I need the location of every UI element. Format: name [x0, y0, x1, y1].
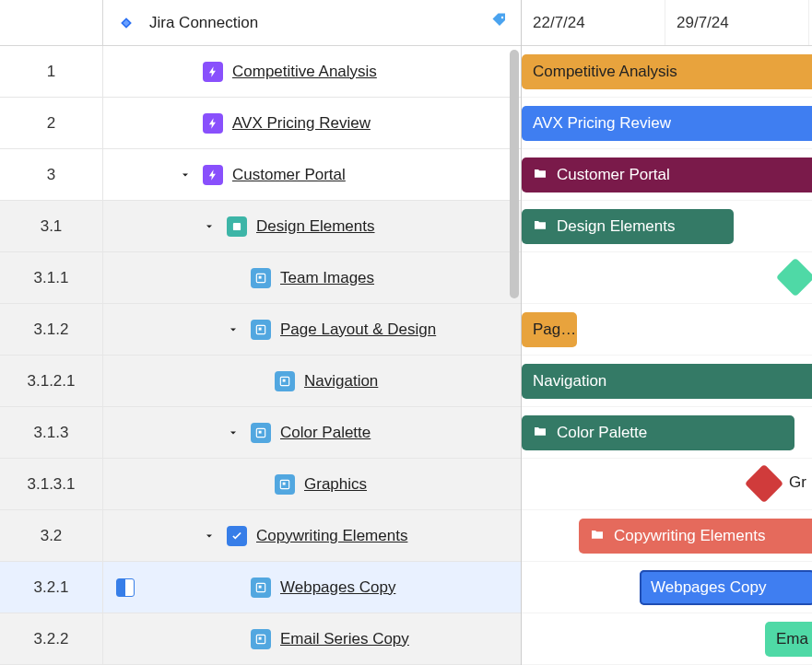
folder-icon — [590, 527, 605, 546]
gantt-row[interactable]: Webpages Copy — [522, 562, 812, 613]
gantt-row[interactable]: Copywriting Elements — [522, 510, 812, 562]
task-title-cell: Navigation — [103, 356, 521, 406]
gantt-bar[interactable]: Customer Portal — [522, 158, 812, 192]
task-id: 3.1.2 — [0, 304, 103, 355]
task-row[interactable]: 3.1.2Page Layout & Design — [0, 304, 521, 356]
selection-marker-icon — [116, 578, 135, 597]
gantt-row[interactable]: Navigation — [522, 356, 812, 407]
gantt-bar[interactable]: Ema — [765, 622, 812, 657]
blue-type-icon — [251, 423, 271, 443]
task-title-cell: Color Palette — [103, 407, 521, 458]
bolt-type-icon — [203, 165, 223, 185]
milestone-diamond-icon[interactable] — [776, 258, 812, 297]
gantt-bar-label: Ema — [776, 630, 808, 648]
task-name-link[interactable]: AVX Pricing Review — [232, 114, 371, 133]
task-id: 3.1.3.1 — [0, 459, 103, 509]
tag-icon[interactable] — [491, 12, 508, 33]
gantt-row[interactable]: Design Elements — [522, 201, 812, 252]
milestone-diamond-icon[interactable] — [745, 464, 783, 503]
task-row[interactable]: 3.1.3.1Graphics — [0, 459, 521, 510]
task-row[interactable]: 3.1.1Team Images — [0, 252, 521, 304]
folder-icon — [533, 424, 547, 443]
task-row[interactable]: 3.1Design Elements — [0, 201, 521, 252]
date-column-1[interactable]: 29/7/24 — [665, 0, 809, 45]
task-name-link[interactable]: Team Images — [280, 269, 374, 287]
chevron-down-icon[interactable] — [225, 324, 241, 335]
gantt-bar-label: Webpages Copy — [651, 578, 766, 597]
task-name-link[interactable]: Graphics — [304, 475, 367, 494]
blue-type-icon — [275, 474, 295, 495]
task-name-link[interactable]: Competitive Analysis — [232, 63, 377, 81]
task-row[interactable]: 2AVX Pricing Review — [0, 98, 521, 149]
gantt-bar[interactable]: Design Elements — [522, 209, 734, 244]
gantt-bar[interactable]: Pag… — [522, 312, 577, 347]
chevron-down-icon[interactable] — [177, 169, 194, 181]
svg-rect-9 — [283, 379, 286, 381]
gantt-row[interactable]: Competitive Analysis — [522, 46, 812, 98]
blue-type-icon — [275, 371, 295, 391]
gantt-row[interactable]: Pag… — [522, 304, 812, 356]
chevron-down-icon[interactable] — [201, 531, 218, 542]
folder-icon — [533, 217, 547, 237]
gantt-row[interactable]: Color Palette — [522, 407, 812, 459]
task-row[interactable]: 3.2Copywriting Elements — [0, 510, 521, 562]
gantt-bar[interactable]: Competitive Analysis — [522, 54, 812, 89]
bolt-type-icon — [203, 113, 223, 134]
task-id: 3.2.1 — [0, 562, 103, 612]
gantt-bar-label: Copywriting Elements — [614, 527, 765, 545]
gantt-bar-label: Pag… — [533, 321, 576, 339]
scrollbar-vertical[interactable] — [508, 46, 521, 304]
gantt-header: 22/7/24 29/7/24 — [522, 0, 812, 46]
gantt-app: Jira Connection 1Competitive Analysis2AV… — [0, 0, 812, 665]
svg-rect-7 — [259, 327, 262, 330]
task-name-link[interactable]: Customer Portal — [232, 166, 346, 184]
task-name-link[interactable]: Navigation — [304, 372, 378, 391]
gantt-bar[interactable]: Navigation — [522, 364, 812, 399]
task-name-link[interactable]: Copywriting Elements — [256, 527, 407, 545]
task-title-cell: Page Layout & Design — [103, 304, 521, 355]
header-id-column — [0, 0, 103, 45]
task-name-link[interactable]: Page Layout & Design — [280, 321, 436, 339]
task-title-cell: Team Images — [103, 252, 521, 303]
task-row[interactable]: 1Competitive Analysis — [0, 46, 521, 98]
svg-rect-5 — [259, 275, 262, 278]
gantt-rows[interactable]: Competitive AnalysisAVX Pricing ReviewCu… — [522, 46, 812, 665]
gantt-bar-label: Color Palette — [557, 424, 647, 442]
milestone-label: Gr — [789, 473, 806, 492]
gantt-row[interactable]: Gr — [522, 459, 812, 510]
task-id: 3.1.2.1 — [0, 356, 103, 406]
blue-type-icon — [251, 268, 271, 288]
task-id: 1 — [0, 46, 103, 97]
gantt-row[interactable]: Customer Portal — [522, 149, 812, 201]
header-title-column: Jira Connection — [103, 0, 521, 45]
task-row[interactable]: 3.2.1Webpages Copy — [0, 562, 521, 613]
task-name-link[interactable]: Email Series Copy — [280, 630, 409, 648]
gantt-row[interactable]: Ema — [522, 613, 812, 665]
task-rows: 1Competitive Analysis2AVX Pricing Review… — [0, 46, 521, 665]
chevron-down-icon[interactable] — [225, 427, 241, 438]
task-row[interactable]: 3.1.2.1Navigation — [0, 356, 521, 407]
gantt-row[interactable] — [522, 252, 812, 304]
chevron-down-icon[interactable] — [201, 221, 218, 232]
task-title-cell: Email Series Copy — [103, 613, 521, 664]
task-name-link[interactable]: Design Elements — [256, 217, 375, 236]
gantt-row[interactable]: AVX Pricing Review — [522, 98, 812, 149]
gantt-bar[interactable]: Copywriting Elements — [579, 519, 812, 554]
task-name-link[interactable]: Color Palette — [280, 424, 371, 442]
task-name-link[interactable]: Webpages Copy — [280, 578, 395, 597]
gantt-bar[interactable]: AVX Pricing Review — [522, 106, 812, 141]
task-id: 3.1.3 — [0, 407, 103, 458]
jira-icon — [116, 13, 136, 33]
date-column-0[interactable]: 22/7/24 — [522, 0, 665, 45]
gantt-bar[interactable]: Color Palette — [522, 415, 794, 450]
task-title-cell: Design Elements — [103, 201, 521, 251]
task-id: 3.2.2 — [0, 613, 103, 664]
task-id: 2 — [0, 98, 103, 148]
task-row[interactable]: 3Customer Portal — [0, 149, 521, 201]
task-row[interactable]: 3.1.3Color Palette — [0, 407, 521, 459]
gantt-pane: 22/7/24 29/7/24 Competitive AnalysisAVX … — [522, 0, 812, 665]
blue-type-icon — [251, 320, 271, 340]
task-list-header: Jira Connection — [0, 0, 521, 46]
gantt-bar[interactable]: Webpages Copy — [640, 570, 812, 605]
task-row[interactable]: 3.2.2Email Series Copy — [0, 613, 521, 665]
